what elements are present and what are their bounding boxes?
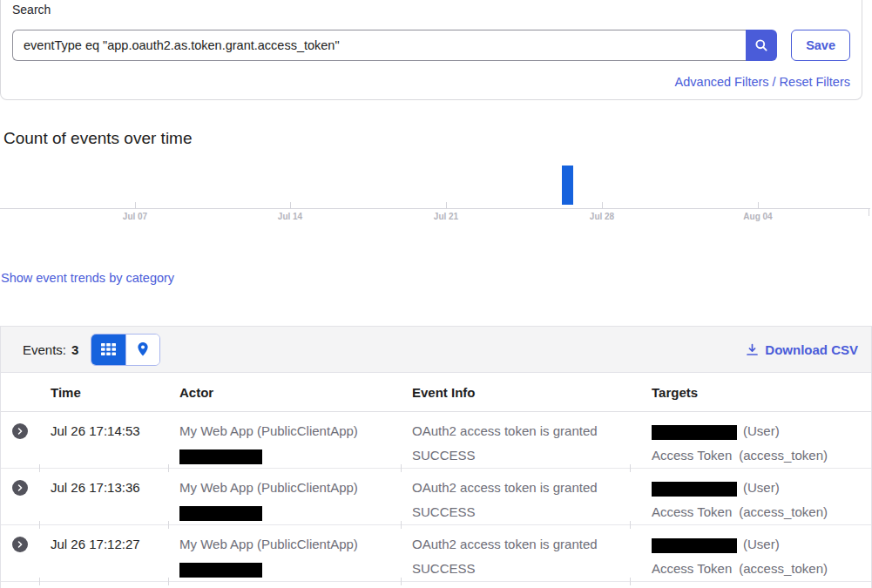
chart-bar-jul26 xyxy=(562,166,573,205)
target-user-type: (User) xyxy=(743,537,780,551)
x-tick xyxy=(602,202,603,208)
search-icon xyxy=(754,38,768,52)
table-grid-icon xyxy=(101,343,116,355)
row-expand-button[interactable] xyxy=(12,537,28,552)
event-info-text: OAuth2 access token is granted xyxy=(412,419,620,443)
cell-targets: (User) Access Token(access_token) xyxy=(631,525,871,582)
advanced-filters-link[interactable]: Advanced Filters xyxy=(675,75,769,89)
table-row: Jul 26 17:14:53 My Web App (PublicClient… xyxy=(1,412,871,469)
event-outcome: SUCCESS xyxy=(412,557,620,581)
cell-actor: My Web App (PublicClientApp) xyxy=(169,412,402,469)
cell-event-info: OAuth2 access token is granted SUCCESS xyxy=(402,412,631,469)
save-button[interactable]: Save xyxy=(791,30,850,61)
cell-targets: (User) Access Token(access_token) xyxy=(631,412,871,469)
redacted-actor-id xyxy=(179,563,262,578)
x-tick xyxy=(446,202,447,208)
redacted-actor-id xyxy=(179,449,262,464)
x-tick xyxy=(290,202,291,208)
target-token-name: Access Token xyxy=(652,504,732,519)
x-tick xyxy=(758,202,759,208)
events-count-label: Events: xyxy=(23,342,66,357)
target-token-type: (access_token) xyxy=(739,448,828,463)
cell-actor: My Web App (PublicClientApp) xyxy=(169,469,402,525)
links-separator: / xyxy=(773,75,776,89)
events-count-value: 3 xyxy=(71,342,78,357)
events-section: Events: 3 xyxy=(0,326,872,588)
event-info-text: OAuth2 access token is granted xyxy=(412,532,620,557)
chevron-right-icon xyxy=(15,483,25,493)
redacted-target-user xyxy=(652,425,737,440)
table-row: Jul 26 17:12:27 My Web App (PublicClient… xyxy=(1,525,871,582)
cell-expand xyxy=(1,525,40,582)
x-axis-end-tick xyxy=(869,209,869,216)
event-outcome: SUCCESS xyxy=(412,500,620,524)
target-token-type: (access_token) xyxy=(739,561,828,576)
cell-event-info: OAuth2 access token is granted SUCCESS xyxy=(402,469,631,525)
target-token-type: (access_token) xyxy=(739,504,828,519)
cell-time: Jul 26 17:12:27 xyxy=(40,525,169,582)
actor-app-name: My Web App (PublicClientApp) xyxy=(179,419,391,443)
x-axis xyxy=(0,208,870,209)
search-input[interactable] xyxy=(12,30,746,61)
events-toolbar: Events: 3 xyxy=(1,327,871,373)
table-header-row: Time Actor Event Info Targets xyxy=(1,373,871,412)
reset-filters-link[interactable]: Reset Filters xyxy=(780,75,850,89)
table-header-targets: Targets xyxy=(631,385,871,400)
search-label: Search xyxy=(12,3,850,17)
download-csv-label: Download CSV xyxy=(765,342,858,357)
search-panel: Search Save Advanced Filters/Reset Filte… xyxy=(0,0,862,100)
actor-app-name: My Web App (PublicClientApp) xyxy=(179,476,391,500)
target-token-name: Access Token xyxy=(652,561,732,576)
filter-links: Advanced Filters/Reset Filters xyxy=(12,75,850,93)
row-expand-button[interactable] xyxy=(12,423,28,439)
redacted-target-user xyxy=(652,482,737,497)
search-button[interactable] xyxy=(746,30,777,61)
x-tick xyxy=(135,202,136,208)
cell-expand xyxy=(1,469,40,525)
redacted-actor-id xyxy=(179,506,262,521)
target-user-type: (User) xyxy=(743,423,780,438)
table-header-actor: Actor xyxy=(169,385,402,400)
table-row: Jul 26 17:13:36 My Web App (PublicClient… xyxy=(1,469,871,525)
events-over-time-chart: Jul 07 Jul 14 Jul 21 Jul 28 Aug 04 xyxy=(0,164,872,225)
redacted-target-user xyxy=(652,538,737,553)
cell-actor: My Web App (PublicClientApp) xyxy=(169,525,402,582)
cell-time: Jul 26 17:14:53 xyxy=(40,412,169,469)
x-tick-label: Jul 21 xyxy=(434,212,458,221)
show-event-trends-link[interactable]: Show event trends by category xyxy=(1,269,174,287)
download-icon xyxy=(746,343,759,356)
cell-expand xyxy=(1,412,40,469)
map-view-button[interactable] xyxy=(125,335,159,365)
event-outcome: SUCCESS xyxy=(412,443,620,468)
target-user-type: (User) xyxy=(743,480,780,495)
download-csv-button[interactable]: Download CSV xyxy=(740,341,860,358)
x-tick-label: Jul 28 xyxy=(590,212,614,221)
cell-event-info: OAuth2 access token is granted SUCCESS xyxy=(402,525,631,582)
row-expand-button[interactable] xyxy=(12,480,28,496)
chevron-right-icon xyxy=(15,426,25,436)
table-bottom-strip xyxy=(1,582,871,588)
chevron-right-icon xyxy=(15,539,25,550)
event-info-text: OAuth2 access token is granted xyxy=(412,476,620,500)
actor-app-name: My Web App (PublicClientApp) xyxy=(179,532,391,557)
target-token-name: Access Token xyxy=(652,448,732,463)
cell-targets: (User) Access Token(access_token) xyxy=(631,469,871,525)
map-pin-icon xyxy=(136,341,150,357)
chart-title: Count of events over time xyxy=(3,129,872,147)
cell-time: Jul 26 17:13:36 xyxy=(40,469,169,525)
x-tick-label: Jul 14 xyxy=(278,212,302,221)
table-view-button[interactable] xyxy=(91,335,125,365)
x-tick-label: Jul 07 xyxy=(123,212,147,221)
view-toggle xyxy=(91,334,160,366)
table-header-time: Time xyxy=(40,385,169,400)
x-tick-label: Aug 04 xyxy=(743,212,772,221)
table-header-event-info: Event Info xyxy=(402,385,631,400)
